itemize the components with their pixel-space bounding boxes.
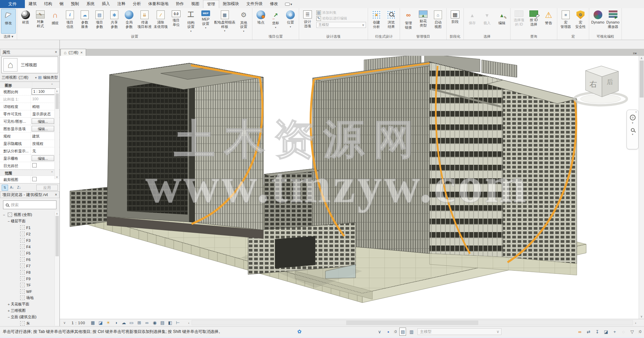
menu-tab[interactable]: 协作 [172, 0, 188, 8]
warnings-button[interactable]: ⚠ 警告▾ [541, 9, 556, 34]
tree-item[interactable]: F2 [0, 231, 59, 237]
menu-tab[interactable]: 插入 [98, 0, 114, 8]
expand-icon[interactable]: − [7, 219, 11, 223]
drag-on-selection-toggle-icon[interactable]: + [611, 329, 618, 334]
scrollbar-thumb[interactable] [55, 216, 59, 256]
tree-item[interactable]: − 楼层平面 [0, 218, 59, 224]
select-pinned-toggle-icon[interactable]: ↧ [594, 329, 601, 334]
materials-button[interactable]: 材质▾ [18, 9, 33, 34]
edit-selection-button[interactable]: ▲ 编辑▾ [494, 9, 509, 34]
sort-descending-icon[interactable]: Z↓ [16, 185, 22, 191]
menu-tab[interactable]: 体量和场地 [145, 0, 172, 8]
property-row[interactable]: 详细程度 精细 [0, 103, 59, 110]
design-option-dropdown[interactable]: 主模型▾ [316, 22, 366, 28]
property-row[interactable]: 显示隐藏线 按规程 [0, 140, 59, 147]
tree-item[interactable]: F9 [0, 275, 59, 282]
project-information-button[interactable]: i 项目信息▾ [63, 9, 77, 34]
tree-item[interactable]: − 立面 (建筑立面) [0, 314, 59, 320]
save-selection-button[interactable]: ▲ 保存▾ [465, 9, 480, 34]
tree-item[interactable]: + 天花板平面 [0, 301, 59, 307]
edit-type-button[interactable]: 编辑类型 [43, 75, 58, 80]
filter-icon[interactable]: ▽ [629, 329, 636, 334]
zoom-icon[interactable] [631, 128, 635, 132]
expand-icon[interactable]: − [7, 315, 11, 319]
tree-item[interactable]: F4 [0, 243, 59, 250]
location-button[interactable]: 地点▾ [253, 9, 268, 34]
menu-tab[interactable]: 视图 [188, 0, 203, 8]
modify-button[interactable]: ◤ 修改▾ [1, 9, 16, 34]
apply-button[interactable]: 应用 [36, 185, 58, 191]
tree-item[interactable]: − 视图 (全部) [0, 212, 59, 218]
create-study-button[interactable]: ★ 创建分析▾ [369, 9, 384, 34]
explore-outcomes-button[interactable]: 浏览结果▾ [384, 9, 399, 34]
close-icon[interactable]: × [80, 50, 82, 54]
property-row[interactable]: 零件可见性 显示原状态 [0, 110, 59, 118]
worksets-icon[interactable]: ● [385, 330, 392, 334]
tree-item[interactable]: F7 [0, 263, 59, 269]
design-options-icon[interactable]: ▤ [399, 328, 406, 336]
menu-tab[interactable]: 结构 [40, 0, 56, 8]
tab-list-icon[interactable]: ≡▾ [633, 51, 637, 55]
menu-tab[interactable]: 钢 [56, 0, 67, 8]
manage-links-button[interactable]: ∞ 管理链接▾ [401, 9, 416, 34]
position-button[interactable]: ⊕ 位置▾ [283, 9, 298, 34]
property-row[interactable]: 日光路径 [0, 162, 59, 170]
view-cube[interactable]: 右 后 [569, 62, 633, 112]
reveal-hidden-icon[interactable]: ◉ [152, 320, 158, 326]
menu-tab[interactable]: 管理 [203, 0, 219, 8]
property-row[interactable]: 图形 [0, 82, 59, 88]
select-underlay-toggle-icon[interactable]: ⇄ [585, 329, 592, 334]
scrollbar-thumb[interactable] [55, 93, 59, 109]
property-row[interactable]: 裁剪视图 [0, 176, 59, 183]
properties-scrollbar[interactable]: ∧ ∨ [54, 89, 59, 179]
global-parameters-button[interactable]: 全局参数▾ [122, 9, 136, 34]
decal-types-button[interactable]: ▲ 贴花类型▾ [416, 9, 431, 34]
scroll-down-icon[interactable]: ∨ [640, 315, 643, 318]
sort-ascending-icon[interactable]: A↓ [9, 185, 15, 191]
mep-settings-button[interactable]: MEP MEP设置▾ [198, 9, 213, 34]
shadows-icon[interactable]: ◑ [113, 320, 119, 326]
scroll-up-icon[interactable]: ∧ [56, 212, 58, 215]
viewcube-right-face-label[interactable]: 右 [590, 80, 597, 88]
load-selection-button[interactable]: ▼ 载入▾ [480, 9, 494, 34]
phases-button[interactable]: ▦ 阶段▾ [448, 9, 462, 34]
property-row[interactable]: 显示栅格 编辑... [0, 155, 59, 162]
property-row[interactable]: 图形显示选项 编辑... [0, 125, 59, 133]
structural-settings-button[interactable]: 工 结构设置▾ [184, 9, 198, 34]
communicator-icon[interactable]: ✿ [297, 329, 301, 335]
tree-item[interactable]: + 三维视图 [0, 307, 59, 314]
reset-temporary-icon[interactable]: ◌ [620, 329, 627, 334]
viewbar-expand-toggle[interactable]: ∨ [62, 321, 67, 325]
active-design-option-select[interactable]: 主模型 ∨ [417, 328, 501, 335]
tree-item[interactable]: F5 [0, 250, 59, 256]
dynamo-button[interactable]: Dynamo▾ [590, 9, 605, 34]
purge-unused-button[interactable]: ∕ 清除未使用项▾ [153, 9, 169, 34]
property-row[interactable]: 可见性/图形... 编辑... [0, 118, 59, 125]
object-styles-button[interactable]: ✎ 对象样式▾ [33, 9, 48, 34]
scroll-down-icon[interactable]: ∨ [56, 176, 58, 179]
3d-canvas[interactable]: 土木资源网 www.tmzyw.com 右 后 × ▾ ▾ ∧ ∨ [60, 56, 644, 319]
transfer-project-standards-button[interactable]: ⇊ 传递项目标准▾ [136, 9, 153, 34]
property-row[interactable]: 比例值 1: 100 [0, 96, 59, 103]
chevron-down-icon[interactable]: ▾ [632, 133, 633, 136]
design-options-pick-icon[interactable]: ▥ [408, 329, 415, 334]
pick-to-edit-row[interactable]: ✎ 拾取以进行编辑 [316, 15, 366, 21]
tree-item[interactable]: F8 [0, 269, 59, 275]
detail-level-icon[interactable]: ▦ [90, 320, 96, 326]
scrollbar-thumb[interactable] [346, 321, 478, 325]
show-crop-icon[interactable]: ⊞ [136, 320, 143, 326]
file-menu-button[interactable]: 文件 [0, 0, 25, 8]
menu-tab[interactable]: 分析 [129, 0, 145, 8]
tree-item[interactable]: F6 [0, 256, 59, 263]
search-input[interactable] [11, 202, 59, 207]
type-selector[interactable]: ⌂ 三维视图 [1, 57, 58, 73]
view-scale-button[interactable]: 1 : 100 [69, 321, 88, 325]
select-by-face-toggle-icon[interactable]: ◪ [603, 329, 609, 334]
panel-schedule-templates-button[interactable]: ▦ 配电盘明细表样板▾ [213, 9, 236, 34]
chevron-down-icon[interactable]: ∨ [376, 329, 383, 334]
menu-tab[interactable]: 建筑 [25, 0, 40, 8]
property-row[interactable]: 视图比例 1 : 100 [0, 88, 59, 96]
design-options-button[interactable]: ☰ 设计选项▾ [300, 9, 315, 34]
sort-by-group-icon[interactable]: ⇅ [2, 185, 8, 191]
additional-settings-button[interactable]: ⚙ 其他设置▾ [236, 9, 251, 34]
